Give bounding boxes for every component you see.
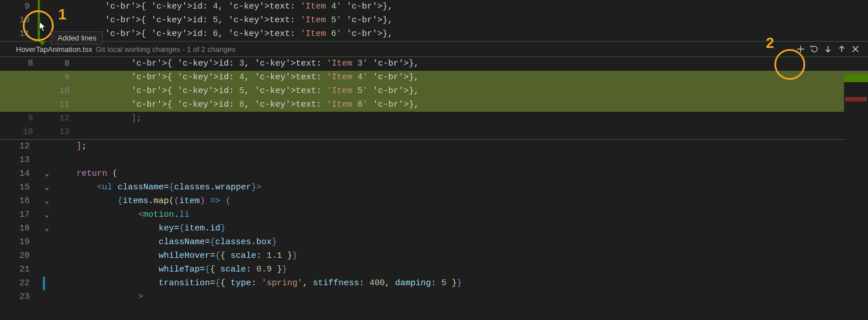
code-line[interactable]: 18⌄ key={item.id} [0, 222, 868, 236]
fold-toggle [40, 263, 54, 277]
code-line[interactable]: 11'c-br'>{ 'c-key'>id: 6, 'c-key'>text: … [0, 27, 868, 41]
diff-added-line[interactable]: 10'c-br'>{ 'c-key'>id: 5, 'c-key'>text: … [0, 84, 868, 98]
minimap-added-marker [844, 74, 868, 82]
line-number: 17 [0, 208, 40, 222]
line-number: 14 [0, 167, 40, 181]
code-line[interactable]: 16⌄ {items.map((item) => ( [0, 195, 868, 208]
diff-added-line[interactable]: 11'c-br'>{ 'c-key'>id: 6, 'c-key'>text: … [0, 98, 868, 112]
line-number-old [0, 71, 41, 84]
line-number: 13 [0, 153, 40, 167]
code-content: > [54, 290, 868, 304]
close-diff-button[interactable] [849, 42, 862, 56]
code-content [86, 125, 868, 139]
code-line[interactable]: 12]; [0, 140, 868, 153]
line-number-old: 8 [0, 57, 41, 71]
modified-gutter-marker[interactable] [43, 277, 45, 290]
line-number-new: 11 [41, 98, 78, 112]
diff-filename: HoverTapAnimation.tsx [16, 45, 92, 54]
line-number: 21 [0, 263, 40, 277]
minimap[interactable] [844, 74, 868, 314]
code-content: return ( [54, 167, 868, 181]
code-content: 'c-br'>{ 'c-key'>id: 5, 'c-key'>text: 'I… [86, 84, 868, 98]
line-number: 16 [0, 195, 40, 208]
code-content [54, 153, 868, 167]
main-editor-bottom[interactable]: 12];1314⌄return (15⌄ <ul className={clas… [0, 140, 868, 304]
line-number-new: 12 [41, 112, 78, 125]
prev-change-button[interactable] [835, 42, 849, 56]
code-line[interactable]: 19 className={classes.box} [0, 236, 868, 249]
code-line[interactable]: 13 [0, 153, 868, 167]
stage-change-button[interactable] [794, 42, 808, 56]
code-content: {items.map((item) => ( [54, 195, 868, 208]
diff-peek-body[interactable]: 88'c-br'>{ 'c-key'>id: 3, 'c-key'>text: … [0, 57, 868, 139]
diff-context-line[interactable]: 1013 [0, 125, 868, 139]
main-editor-top[interactable]: 9'c-br'>{ 'c-key'>id: 4, 'c-key'>text: '… [0, 0, 868, 41]
code-line[interactable]: 22 transition={{ type: 'spring', stiffne… [0, 277, 868, 290]
line-number-old: 9 [0, 112, 41, 125]
line-number: 10 [0, 14, 40, 27]
fold-gutter[interactable] [40, 0, 54, 14]
code-content: className={classes.box} [54, 236, 868, 249]
code-line[interactable]: 15⌄ <ul className={classes.wrapper}> [0, 181, 868, 195]
code-content: key={item.id} [54, 222, 868, 236]
code-content: 'c-br'>{ 'c-key'>id: 4, 'c-key'>text: 'I… [86, 71, 868, 84]
line-number: 15 [0, 181, 40, 195]
added-gutter-marker[interactable] [38, 27, 40, 41]
minimap-deleted-marker [845, 97, 867, 102]
code-content: whileHover={{ scale: 1.1 }} [54, 249, 868, 263]
gutter-tooltip-text: Added lines [58, 34, 96, 42]
code-content: 'c-br'>{ 'c-key'>id: 5, 'c-key'>text: 'I… [54, 14, 868, 27]
line-number-new: 8 [41, 57, 78, 71]
fold-toggle [40, 236, 54, 249]
added-gutter-marker[interactable] [38, 0, 40, 14]
diff-peek-header: HoverTapAnimation.tsx Git local working … [0, 41, 868, 57]
line-number-old [0, 98, 41, 112]
line-number-new: 13 [41, 125, 78, 139]
line-number: 9 [0, 0, 40, 14]
diff-context-line[interactable]: 88'c-br'>{ 'c-key'>id: 3, 'c-key'>text: … [0, 57, 868, 71]
fold-gutter[interactable] [40, 14, 54, 27]
fold-toggle[interactable]: ⌄ [40, 167, 54, 181]
code-line[interactable]: 20 whileHover={{ scale: 1.1 }} [0, 249, 868, 263]
line-number: 11 [0, 27, 40, 41]
diff-added-line[interactable]: 9'c-br'>{ 'c-key'>id: 4, 'c-key'>text: '… [0, 71, 868, 84]
line-number-new: 10 [41, 84, 78, 98]
line-number: 20 [0, 249, 40, 263]
code-content: 'c-br'>{ 'c-key'>id: 6, 'c-key'>text: 'I… [86, 98, 868, 112]
fold-toggle [40, 290, 54, 304]
added-gutter-marker[interactable] [38, 14, 40, 27]
code-content: 'c-br'>{ 'c-key'>id: 4, 'c-key'>text: 'I… [54, 0, 868, 14]
fold-toggle [40, 153, 54, 167]
next-change-button[interactable] [821, 42, 835, 56]
code-content: <ul className={classes.wrapper}> [54, 181, 868, 195]
line-number-new: 9 [41, 71, 78, 84]
revert-change-button[interactable] [808, 42, 821, 56]
editor-root: 9'c-br'>{ 'c-key'>id: 4, 'c-key'>text: '… [0, 0, 868, 304]
code-line[interactable]: 21 whileTap={{ scale: 0.9 }} [0, 263, 868, 277]
gutter-tooltip: Added lines [51, 31, 103, 44]
code-line[interactable]: 9'c-br'>{ 'c-key'>id: 4, 'c-key'>text: '… [0, 0, 868, 14]
line-number: 23 [0, 290, 40, 304]
fold-toggle [40, 140, 54, 153]
code-content: 'c-br'>{ 'c-key'>id: 6, 'c-key'>text: 'I… [54, 27, 868, 41]
fold-toggle[interactable]: ⌄ [40, 181, 54, 195]
line-number: 22 [0, 277, 40, 290]
fold-toggle [40, 277, 54, 290]
code-content: transition={{ type: 'spring', stiffness:… [54, 277, 868, 290]
line-number: 12 [0, 140, 40, 153]
code-line[interactable]: 10'c-br'>{ 'c-key'>id: 5, 'c-key'>text: … [0, 14, 868, 27]
line-number: 19 [0, 236, 40, 249]
diff-context-line[interactable]: 912]; [0, 112, 868, 125]
code-line[interactable]: 17⌄ <motion.li [0, 208, 868, 222]
code-line[interactable]: 14⌄return ( [0, 167, 868, 181]
fold-toggle[interactable]: ⌄ [40, 195, 54, 208]
code-line[interactable]: 23 > [0, 290, 868, 304]
code-content: whileTap={{ scale: 0.9 }} [54, 263, 868, 277]
code-content: <motion.li [54, 208, 868, 222]
fold-toggle [40, 249, 54, 263]
fold-toggle[interactable]: ⌄ [40, 222, 54, 236]
code-content: ]; [86, 112, 868, 125]
code-content: ]; [54, 140, 868, 153]
fold-toggle[interactable]: ⌄ [40, 208, 54, 222]
code-content: 'c-br'>{ 'c-key'>id: 3, 'c-key'>text: 'I… [86, 57, 868, 71]
